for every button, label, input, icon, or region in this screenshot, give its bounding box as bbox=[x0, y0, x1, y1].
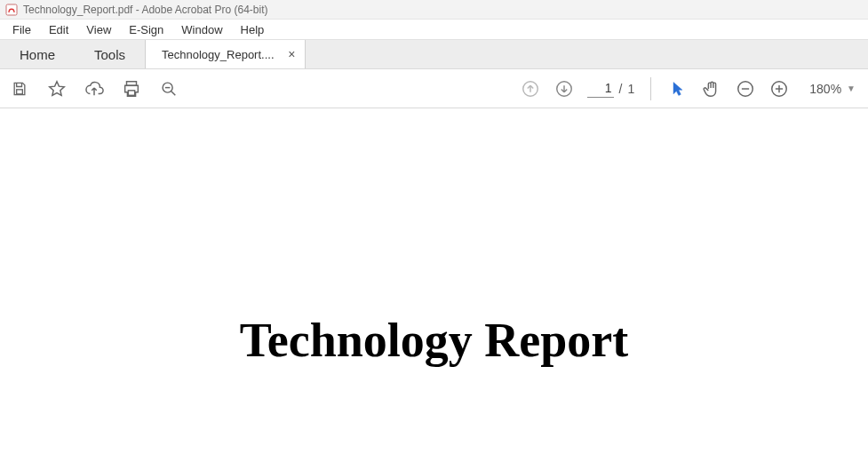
print-icon[interactable] bbox=[121, 78, 142, 100]
svg-rect-3 bbox=[128, 90, 134, 95]
find-icon[interactable] bbox=[158, 78, 179, 100]
star-icon[interactable] bbox=[46, 78, 68, 100]
document-viewport[interactable]: Technology Report bbox=[0, 108, 868, 470]
menu-edit[interactable]: Edit bbox=[40, 21, 77, 38]
toolbar-separator bbox=[650, 77, 651, 100]
zoom-level-value: 180% bbox=[809, 82, 841, 96]
chevron-down-icon: ▼ bbox=[847, 84, 856, 93]
toolbar: / 1 180% ▼ bbox=[0, 69, 868, 108]
tabstrip: Home Tools Technology_Report.... × bbox=[0, 39, 868, 69]
page-total: 1 bbox=[627, 82, 634, 96]
document-title-text: Technology Report bbox=[0, 313, 868, 368]
tab-document-active[interactable]: Technology_Report.... × bbox=[145, 40, 305, 68]
toolbar-group-right: / 1 180% ▼ bbox=[520, 77, 859, 100]
tab-home[interactable]: Home bbox=[0, 40, 75, 68]
document-page: Technology Report bbox=[0, 108, 868, 470]
titlebar: Technology_Report.pdf - Adobe Acrobat Pr… bbox=[0, 0, 868, 20]
svg-rect-0 bbox=[6, 4, 17, 15]
page-down-icon[interactable] bbox=[553, 78, 575, 100]
zoom-out-icon[interactable] bbox=[735, 78, 756, 100]
tab-document-label: Technology_Report.... bbox=[162, 48, 274, 61]
zoom-in-icon[interactable] bbox=[768, 78, 790, 100]
page-number-input[interactable] bbox=[587, 79, 614, 98]
page-navigator: / 1 bbox=[587, 79, 635, 98]
window-title: Technology_Report.pdf - Adobe Acrobat Pr… bbox=[23, 4, 268, 16]
menu-window[interactable]: Window bbox=[172, 21, 231, 38]
menu-esign[interactable]: E-Sign bbox=[120, 21, 172, 38]
close-tab-icon[interactable]: × bbox=[288, 48, 295, 60]
svg-line-5 bbox=[171, 91, 176, 95]
toolbar-group-left bbox=[9, 78, 179, 100]
acrobat-app-icon bbox=[5, 4, 18, 16]
page-separator: / bbox=[619, 82, 623, 96]
cloud-upload-icon[interactable] bbox=[84, 78, 105, 100]
menu-help[interactable]: Help bbox=[232, 21, 274, 38]
menu-file[interactable]: File bbox=[4, 21, 40, 38]
pointer-tool-icon[interactable] bbox=[667, 78, 689, 100]
tab-tools[interactable]: Tools bbox=[75, 40, 145, 68]
menu-view[interactable]: View bbox=[77, 21, 120, 38]
hand-tool-icon[interactable] bbox=[701, 78, 722, 100]
page-up-icon[interactable] bbox=[520, 78, 541, 100]
zoom-level-dropdown[interactable]: 180% ▼ bbox=[802, 82, 859, 96]
save-icon[interactable] bbox=[9, 78, 30, 100]
svg-rect-1 bbox=[17, 89, 23, 93]
menubar: File Edit View E-Sign Window Help bbox=[0, 20, 868, 39]
